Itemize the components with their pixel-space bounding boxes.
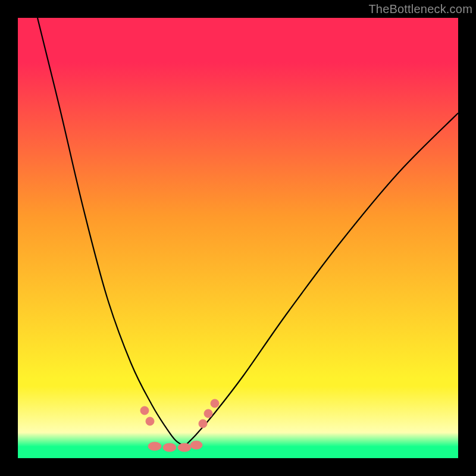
curve-left-branch [37, 18, 184, 446]
figure-root: TheBottleneck.com [0, 0, 476, 476]
curve-layer [18, 18, 458, 458]
curve-right-branch [184, 113, 458, 446]
plot-area [18, 18, 458, 458]
curve-marker [204, 409, 212, 418]
curve-marker [199, 419, 207, 428]
curve-marker [211, 399, 219, 408]
curve-marker [146, 417, 154, 425]
watermark: TheBottleneck.com [368, 2, 472, 16]
curve-marker [140, 406, 149, 415]
curve-marker [190, 441, 202, 449]
curve-marker [148, 442, 161, 450]
curve-marker [163, 443, 176, 452]
curve-marker [178, 443, 191, 452]
